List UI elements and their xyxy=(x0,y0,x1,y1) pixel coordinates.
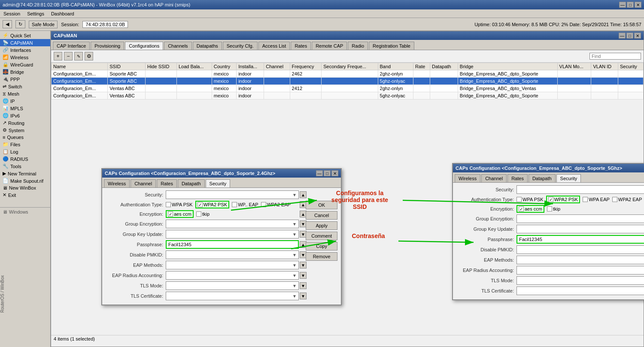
disable-pmkid-dropdown[interactable]: ▼ xyxy=(166,250,299,259)
col-vlan-id[interactable]: VLAN ID xyxy=(591,63,618,70)
dialog2-tab-rates[interactable]: Rates xyxy=(507,174,528,182)
col-ssid[interactable]: SSID xyxy=(108,63,146,70)
sidebar-item-wireless[interactable]: 📶Wireless xyxy=(0,54,50,61)
col-channel[interactable]: Channel xyxy=(264,63,290,70)
aesccm-checkbox[interactable] xyxy=(168,211,173,217)
tab-registration-table[interactable]: Registration Table xyxy=(369,42,414,50)
dialog1-ok-button[interactable]: OK xyxy=(306,201,337,209)
tab-channels[interactable]: Channels xyxy=(164,42,191,50)
maximize-button[interactable]: □ xyxy=(627,2,634,8)
dialog1-tab-wireless[interactable]: Wireless xyxy=(104,179,130,187)
sidebar-item-wireguard[interactable]: 🔒WireGuard xyxy=(0,61,50,68)
d2-tkip-checkbox[interactable] xyxy=(547,206,552,211)
col-bridge[interactable]: Bridge xyxy=(458,63,557,70)
dialog2-tab-datapath[interactable]: Datapath xyxy=(529,174,556,182)
col-load-bal[interactable]: Load Bala... xyxy=(176,63,212,70)
sidebar-item-newwinbox[interactable]: 🖥New WinBox xyxy=(0,184,50,191)
capsman-close-btn[interactable]: ✕ xyxy=(634,33,641,39)
d2-tls-cert-dropdown[interactable]: ▼ xyxy=(516,287,644,295)
sidebar-item-bridge[interactable]: 🌉Bridge xyxy=(0,68,50,75)
table-row[interactable]: Configuracion_Em... Ventas ABC mexico in… xyxy=(52,85,644,92)
sidebar-item-switch[interactable]: ⇌Switch xyxy=(0,83,50,90)
sidebar-item-quickset[interactable]: ⚡Quick Set xyxy=(0,32,50,39)
passphrase-input[interactable] xyxy=(166,240,299,249)
tls-mode-scroll-down[interactable]: ▼ xyxy=(300,282,307,289)
tab-rates[interactable]: Rates xyxy=(291,42,311,50)
sidebar-item-ip[interactable]: 🌐IP xyxy=(0,97,50,105)
d2-wpa-psk-checkbox[interactable] xyxy=(516,197,522,202)
eap-radius-dropdown[interactable]: ▼ xyxy=(166,271,299,280)
dialog1-minimize-btn[interactable]: — xyxy=(316,170,323,176)
table-row[interactable]: Configuracion_Em... Soporte ABC mexico i… xyxy=(52,78,644,85)
col-install[interactable]: Installa... xyxy=(237,63,264,70)
tkip-checkbox[interactable] xyxy=(196,211,201,217)
d2-wpa2-psk-checkbox[interactable] xyxy=(548,197,553,202)
dialog1-copy-button[interactable]: Copy xyxy=(306,242,337,250)
dialog1-cancel-button[interactable]: Cancel xyxy=(306,211,337,220)
sidebar-item-radius[interactable]: 🔵RADIUS xyxy=(0,155,50,163)
eap-radius-scroll-down[interactable]: ▼ xyxy=(300,272,307,279)
filter-button[interactable]: ⚙ xyxy=(85,52,93,60)
dialog1-tab-channel[interactable]: Channel xyxy=(131,179,156,187)
security-scroll-up[interactable]: ▲ xyxy=(300,191,307,198)
eap-methods-scroll-down[interactable]: ▼ xyxy=(300,262,307,269)
dialog2-tab-security[interactable]: Security xyxy=(556,174,581,182)
edit-button[interactable]: ✎ xyxy=(74,52,83,60)
sidebar-item-log[interactable]: 📋Log xyxy=(0,148,50,155)
sidebar-item-tools[interactable]: 🔧Tools xyxy=(0,163,50,170)
col-freq[interactable]: Frequency xyxy=(290,63,322,70)
remove-button[interactable]: − xyxy=(64,52,73,60)
dialog1-close-btn[interactable]: ✕ xyxy=(331,170,338,176)
wpa2-psk-checkbox[interactable] xyxy=(197,202,203,207)
menu-dashboard[interactable]: Dashboard xyxy=(49,11,76,17)
sidebar-item-mesh[interactable]: ⧖Mesh xyxy=(0,90,50,97)
col-band[interactable]: Band xyxy=(378,63,413,70)
tab-remote-cap[interactable]: Remote CAP xyxy=(312,42,347,50)
wpa-eap-checkbox[interactable] xyxy=(232,202,237,207)
col-sec-freq[interactable]: Secondary Freque... xyxy=(322,63,378,70)
dialog1-tab-security[interactable]: Security xyxy=(206,179,231,187)
tab-configurations[interactable]: Configurations xyxy=(125,42,163,50)
sidebar-item-capsman[interactable]: 📡CAPsMAN xyxy=(0,39,50,46)
col-rate[interactable]: Rate xyxy=(413,63,430,70)
minimize-button[interactable]: — xyxy=(619,2,626,8)
table-row[interactable]: Configuracion_Em... Ventas ABC mexico in… xyxy=(52,92,644,100)
sidebar-item-files[interactable]: 📁Files xyxy=(0,141,50,148)
tls-mode-dropdown[interactable]: ▼ xyxy=(166,281,299,290)
dialog1-apply-button[interactable]: Apply xyxy=(306,221,337,230)
wpa-psk-checkbox[interactable] xyxy=(166,202,171,207)
col-security[interactable]: Security xyxy=(618,63,644,70)
dialog1-tab-rates[interactable]: Rates xyxy=(157,179,177,187)
capsman-minimize-btn[interactable]: — xyxy=(619,33,626,39)
col-vlan-mode[interactable]: VLAN Mo... xyxy=(557,63,591,70)
d2-wpa2-eap-checkbox[interactable] xyxy=(612,197,617,202)
tab-datapaths[interactable]: Datapaths xyxy=(193,42,222,50)
wpa2-eap-checkbox[interactable] xyxy=(261,202,266,207)
sidebar-item-queues[interactable]: ≡Queues xyxy=(0,134,50,141)
back-button[interactable]: ◀ xyxy=(3,20,12,28)
d2-passphrase-input[interactable] xyxy=(516,235,644,244)
d2-eap-methods-dropdown[interactable]: ▼ xyxy=(516,256,644,264)
dialog1-remove-button[interactable]: Remove xyxy=(306,252,337,261)
menu-settings[interactable]: Settings xyxy=(25,11,46,17)
d2-security-dropdown[interactable]: ▼ xyxy=(516,185,644,194)
d2-pmkid-dropdown[interactable]: ▼ xyxy=(516,245,644,254)
find-input[interactable] xyxy=(589,53,641,60)
d2-aesccm-checkbox[interactable] xyxy=(519,206,524,211)
d2-eap-radius-dropdown[interactable]: ▼ xyxy=(516,266,644,275)
tls-cert-dropdown[interactable]: ▼ xyxy=(166,292,299,300)
dialog1-comment-button[interactable]: Comment xyxy=(306,232,337,240)
col-datapath[interactable]: Datapath xyxy=(430,63,458,70)
d2-group-enc-dropdown[interactable]: ▼ xyxy=(516,214,644,223)
sidebar-item-routing[interactable]: ↗Routing xyxy=(0,119,50,127)
safe-mode-button[interactable]: Safe Mode xyxy=(29,21,58,28)
sidebar-item-exit[interactable]: ✕Exit xyxy=(0,191,50,199)
d2-wpa-eap-checkbox[interactable] xyxy=(583,197,588,202)
add-button[interactable]: + xyxy=(54,52,62,60)
tls-cert-scroll-down[interactable]: ▼ xyxy=(300,293,307,299)
sidebar-item-mpls[interactable]: 📊MPLS xyxy=(0,105,50,112)
sidebar-item-ipv6[interactable]: 🌐IPv6 xyxy=(0,112,50,119)
tab-cap-interface[interactable]: CAP Interface xyxy=(53,42,90,50)
sidebar-item-interfaces[interactable]: 🔗Interfaces xyxy=(0,46,50,54)
tab-security-cfg[interactable]: Security Cfg. xyxy=(223,42,258,50)
